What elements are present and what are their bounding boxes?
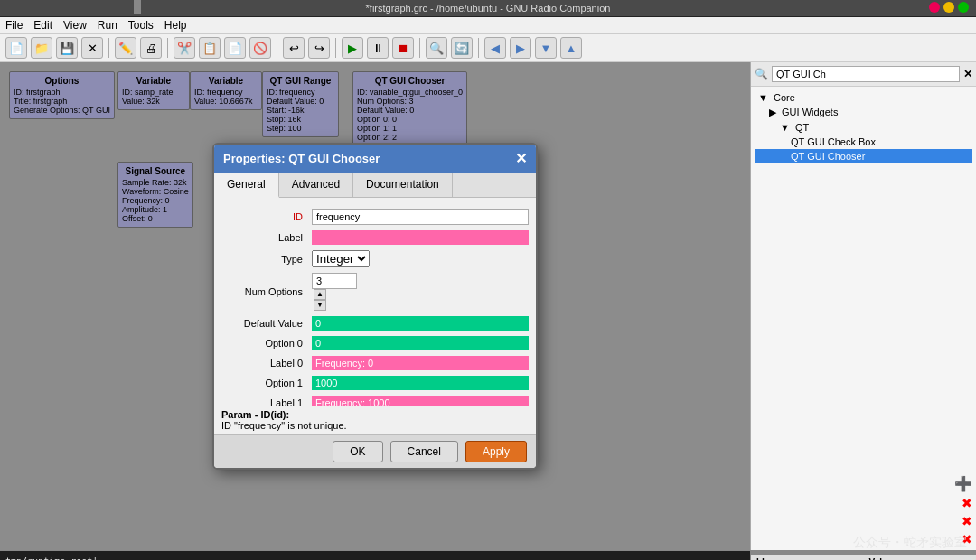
- tree-item-qt-check-box[interactable]: QT GUI Check Box: [755, 135, 972, 149]
- field-id: ID: [214, 207, 536, 227]
- menu-bar: File Edit View Run Tools Help: [0, 17, 976, 34]
- search-input[interactable]: [772, 66, 960, 82]
- tab-advanced[interactable]: Advanced: [279, 173, 353, 197]
- label-type: Type: [221, 254, 312, 265]
- param-error-message: ID "frequency" is not unique.: [221, 420, 347, 431]
- nav-up-button[interactable]: ▲: [560, 37, 582, 59]
- dialog-close-button[interactable]: ✕: [515, 150, 527, 167]
- window-controls: [929, 2, 969, 13]
- spin-up-button[interactable]: ▲: [314, 289, 326, 300]
- separator: [335, 38, 336, 58]
- edit-button[interactable]: ✏️: [115, 37, 136, 59]
- menu-view[interactable]: View: [63, 19, 87, 32]
- variables-header: Id Value: [751, 555, 976, 560]
- input-id[interactable]: [312, 209, 529, 225]
- canvas-area[interactable]: Options ID: firstgraph Title: firstgraph…: [0, 62, 750, 550]
- input-default-value[interactable]: [312, 316, 529, 331]
- apply-button[interactable]: Apply: [465, 441, 527, 462]
- field-num-options: Num Options ▲ ▼: [214, 271, 536, 313]
- search-clear-button[interactable]: ✕: [963, 68, 972, 80]
- tree-item-qt[interactable]: ▼ QT: [755, 120, 972, 135]
- tree-label-qt: QT: [795, 122, 809, 133]
- separator: [277, 38, 277, 58]
- input-label-1[interactable]: [312, 396, 529, 406]
- close-button[interactable]: ✕: [81, 37, 103, 59]
- separator: [167, 38, 168, 58]
- nav-right-button[interactable]: ▶: [510, 37, 531, 59]
- refresh-button[interactable]: 🔄: [451, 37, 473, 59]
- nav-down-button[interactable]: ▼: [535, 37, 557, 59]
- spin-down-button[interactable]: ▼: [314, 300, 326, 311]
- save-button[interactable]: 💾: [56, 37, 78, 59]
- undo-button[interactable]: ↩: [283, 37, 305, 59]
- menu-file[interactable]: File: [5, 19, 23, 32]
- dialog-titlebar: Properties: QT GUI Chooser ✕: [214, 145, 536, 173]
- minimize-button[interactable]: [943, 2, 954, 13]
- menu-edit[interactable]: Edit: [33, 19, 52, 32]
- panel-resize-handle[interactable]: [134, 0, 141, 14]
- delete-button[interactable]: 🚫: [249, 37, 271, 59]
- input-option-0[interactable]: [312, 336, 529, 350]
- menu-run[interactable]: Run: [98, 19, 117, 32]
- input-option-1[interactable]: [312, 376, 529, 390]
- input-label-0[interactable]: [312, 356, 529, 370]
- watermark: 公众号・蛇矛实验室: [853, 535, 967, 551]
- expand-arrow: ▶: [769, 107, 776, 118]
- field-type: Type Integer Float String: [214, 248, 536, 269]
- block-tree: ▼ Core ▶ GUI Widgets ▼ QT QT GUI Check B…: [751, 87, 976, 471]
- dialog-body: ID Label Type: [214, 198, 536, 406]
- separator: [478, 38, 479, 58]
- value-id: [312, 209, 529, 225]
- tree-item-core[interactable]: ▼ Core: [755, 90, 972, 105]
- nav-left-button[interactable]: ◀: [484, 37, 506, 59]
- search-button[interactable]: 🔍: [426, 37, 447, 59]
- tab-documentation[interactable]: Documentation: [353, 173, 453, 197]
- search-bar: 🔍 ✕: [751, 62, 976, 87]
- select-type[interactable]: Integer Float String: [312, 250, 370, 267]
- expand-arrow: ▼: [758, 92, 768, 103]
- tab-general[interactable]: General: [214, 173, 279, 198]
- copy-button[interactable]: 📋: [199, 37, 221, 59]
- redo-button[interactable]: ↪: [308, 37, 330, 59]
- param-error-title: Param - ID(id):: [221, 409, 289, 420]
- value-label-0: [312, 356, 529, 370]
- field-label: Label: [214, 229, 536, 247]
- stop-button[interactable]: ⏹: [392, 37, 414, 59]
- open-button[interactable]: 📁: [31, 37, 52, 59]
- spin-buttons: ▲ ▼: [314, 289, 529, 311]
- remove-button-1[interactable]: ✖: [962, 496, 972, 510]
- pause-button[interactable]: ⏸: [367, 37, 389, 59]
- run-button[interactable]: ▶: [342, 37, 363, 59]
- variables-panel: Id Value ▶ Imports ▼ Variables frequency…: [750, 551, 976, 560]
- console-scroll[interactable]: tmp/runtime-root' >>> Done Generating: '…: [5, 556, 745, 560]
- new-button[interactable]: 📄: [5, 37, 27, 59]
- field-label-1: Label 1: [214, 394, 536, 406]
- main-area: Options ID: firstgraph Title: firstgraph…: [0, 62, 976, 550]
- tree-item-gui-widgets[interactable]: ▶ GUI Widgets: [755, 105, 972, 120]
- cut-button[interactable]: ✂️: [174, 37, 195, 59]
- maximize-button[interactable]: [958, 2, 969, 13]
- toolbar: 📄 📁 💾 ✕ ✏️ 🖨 ✂️ 📋 📄 🚫 ↩ ↪ ▶ ⏸ ⏹ 🔍 🔄 ◀ ▶ …: [0, 34, 976, 62]
- field-default-value: Default Value: [214, 314, 536, 332]
- value-label-1: [312, 396, 529, 406]
- label-label-0: Label 0: [221, 358, 312, 369]
- properties-dialog: Properties: QT GUI Chooser ✕ General Adv…: [212, 143, 538, 470]
- cancel-button[interactable]: Cancel: [390, 441, 458, 462]
- menu-tools[interactable]: Tools: [128, 19, 154, 32]
- menu-help[interactable]: Help: [164, 19, 187, 32]
- separator: [108, 38, 109, 58]
- remove-button-2[interactable]: ✖: [962, 514, 972, 528]
- tree-label-gui-widgets: GUI Widgets: [782, 107, 838, 117]
- input-label[interactable]: [312, 230, 529, 245]
- paste-button[interactable]: 📄: [224, 37, 246, 59]
- close-button[interactable]: [929, 2, 940, 13]
- window-title: *firstgraph.grc - /home/ubuntu - GNU Rad…: [366, 3, 611, 14]
- dialog-title: Properties: QT GUI Chooser: [223, 152, 380, 165]
- print-button[interactable]: 🖨: [140, 37, 162, 59]
- tree-item-qt-chooser[interactable]: QT GUI Chooser: [755, 149, 972, 163]
- ok-button[interactable]: OK: [333, 441, 382, 462]
- value-default-value: [312, 316, 529, 331]
- input-num-options[interactable]: [312, 273, 357, 289]
- add-block-button[interactable]: ➕: [954, 475, 972, 492]
- label-default-value: Default Value: [221, 318, 312, 329]
